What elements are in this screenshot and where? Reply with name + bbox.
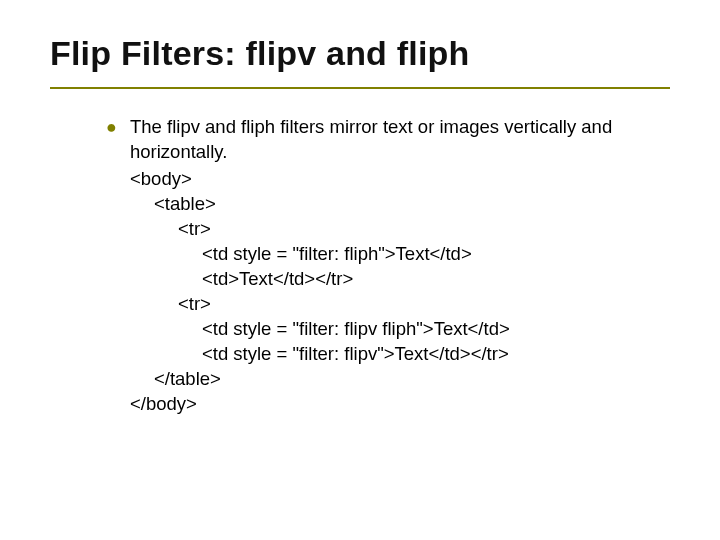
bullet-icon: ● bbox=[106, 115, 130, 139]
slide: Flip Filters: flipv and fliph ● The flip… bbox=[0, 0, 720, 540]
code-line: <table> bbox=[130, 192, 670, 217]
slide-title: Flip Filters: flipv and fliph bbox=[50, 34, 670, 73]
slide-content: ● The flipv and fliph filters mirror tex… bbox=[106, 115, 670, 417]
code-line: <body> bbox=[130, 167, 670, 192]
code-line: </table> bbox=[130, 367, 670, 392]
code-line: <td style = "filter: flipv fliph">Text</… bbox=[130, 317, 670, 342]
code-line: </body> bbox=[130, 392, 670, 417]
code-line: <td>Text</td></tr> bbox=[130, 267, 670, 292]
bullet-item: ● The flipv and fliph filters mirror tex… bbox=[106, 115, 670, 165]
code-line: <tr> bbox=[130, 292, 670, 317]
code-line: <td style = "filter: fliph">Text</td> bbox=[130, 242, 670, 267]
bullet-text: The flipv and fliph filters mirror text … bbox=[130, 115, 670, 165]
code-example: <body> <table> <tr> <td style = "filter:… bbox=[130, 167, 670, 417]
title-underline bbox=[50, 87, 670, 89]
code-line: <td style = "filter: flipv">Text</td></t… bbox=[130, 342, 670, 367]
code-line: <tr> bbox=[130, 217, 670, 242]
